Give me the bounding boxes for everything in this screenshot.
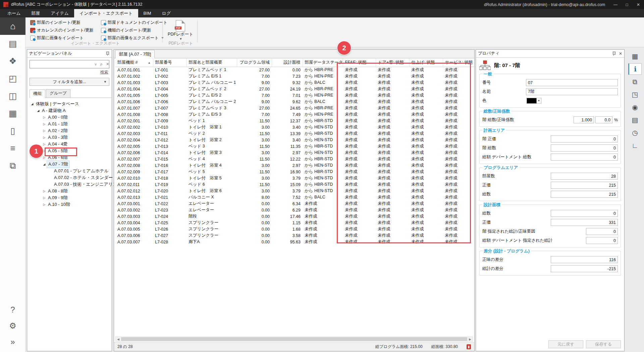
tree-expander-icon[interactable]: ▷: [42, 203, 47, 206]
table-row[interactable]: A.07.03.004L7-025スプリンクラー0.001.15未作成未作成未作…: [115, 220, 475, 226]
table-row[interactable]: A.07.01.002L7-002プレミアム E/S 17.007.23から H…: [115, 73, 475, 79]
tree-item[interactable]: ▷A.01 - 1階: [27, 121, 112, 127]
undo-button[interactable]: 元に戻す: [548, 340, 583, 348]
table-row[interactable]: A.07.01.006L7-006プレミアム バルコニー 29.009.62から…: [115, 99, 475, 105]
table-row[interactable]: A.07.02.012L7-020トイレ付 浴室 63.003.79から HEN…: [115, 188, 475, 194]
menu-tab-2[interactable]: 部屋: [26, 9, 46, 17]
building-module-icon[interactable]: ▦: [0, 105, 25, 122]
table-row[interactable]: A.07.02.008L7-016トイレ付 浴室 43.002.97から HEN…: [115, 162, 475, 169]
table-row[interactable]: A.07.02.004L7-012トイレ付 浴室 23.003.40から HEN…: [115, 137, 475, 143]
tree-expander-icon[interactable]: ▷: [42, 189, 47, 193]
tree-item[interactable]: ◢体験版 | データベース: [27, 101, 112, 107]
property-input[interactable]: 331: [551, 219, 618, 226]
tree-item[interactable]: A.07.01 - プレミアムホテル: [27, 168, 112, 174]
tree-expander-icon[interactable]: ▷: [42, 156, 47, 159]
chevron-down-icon[interactable]: ˅: [93, 62, 98, 66]
tree-item[interactable]: ▷A.05 - 5階: [27, 148, 112, 154]
levels-module-icon[interactable]: ▤: [0, 35, 25, 52]
reports-module-icon[interactable]: ≡: [0, 139, 25, 157]
color-swatch[interactable]: [527, 98, 537, 104]
table-row[interactable]: A.07.01.008L7-008プレミアム E/S 37.007.49から H…: [115, 111, 475, 118]
tree-item[interactable]: ▷A.08 - 8階: [27, 188, 112, 194]
table-row[interactable]: A.07.02.003L7-011ベッド 211.5013.39から HBR-S…: [115, 130, 475, 137]
tree-expander-icon[interactable]: ▷: [42, 122, 47, 126]
camera-icon[interactable]: ◉: [628, 102, 642, 113]
occurrence-import-button[interactable]: オカレンスのインポート/更新: [28, 26, 96, 34]
property-input[interactable]: 0: [551, 135, 618, 142]
table-row[interactable]: A.07.02.011L7-019ベッド 611.5015.09から HBR-S…: [115, 181, 475, 188]
tree-item[interactable]: ▷A.03 - 3階: [27, 134, 112, 141]
nav-tab-1[interactable]: 機能: [30, 90, 45, 98]
table-row[interactable]: A.07.01.003L7-003プレミアム バルコニー 19.009.32から…: [115, 79, 475, 86]
add-filter-button[interactable]: フィルタを追加... ▼: [30, 78, 109, 86]
column-header-4[interactable]: プログラム領域: [237, 58, 272, 67]
tree-expander-icon[interactable]: ▷: [42, 196, 47, 199]
column-header-5[interactable]: 設計面積: [272, 58, 303, 67]
maximize-button[interactable]: □: [621, 0, 633, 9]
property-input[interactable]: 0: [551, 154, 618, 161]
expand-chevrons-icon[interactable]: »: [0, 334, 25, 350]
info-icon[interactable]: ℹ: [628, 63, 642, 75]
property-input[interactable]: 0: [586, 228, 618, 235]
tree-item[interactable]: A.07.03 - 技術・エンジニアリング: [27, 181, 112, 188]
scroll-right-icon[interactable]: ▶: [468, 338, 473, 341]
column-header-7[interactable]: FF&E: 状態: [343, 58, 376, 67]
tree-expander-icon[interactable]: ▷: [42, 116, 47, 119]
tree-expander-icon[interactable]: ◢: [30, 102, 35, 106]
close-panel-icon[interactable]: ✕: [619, 51, 622, 56]
rooms-module-icon[interactable]: ⌂: [0, 17, 25, 35]
scrollbar-thumb[interactable]: [121, 337, 467, 341]
search-link[interactable]: 検索: [27, 69, 108, 75]
doors-module-icon[interactable]: ◫: [0, 87, 25, 105]
tree-item[interactable]: ◢A - 建築物 A: [27, 107, 112, 114]
tree-item[interactable]: ▷A.06 - 6階: [27, 154, 112, 161]
column-header-2[interactable]: 部屋番号: [153, 58, 186, 67]
tree-expander-icon[interactable]: ◢: [42, 163, 47, 166]
systems-module-icon[interactable]: ⧉: [0, 157, 25, 174]
menu-tab-3[interactable]: アイテム: [46, 9, 74, 17]
table-row[interactable]: A.07.02.010L7-018トイレ付 浴室 53.003.79から HEN…: [115, 175, 475, 181]
table-row[interactable]: A.07.02.002L7-010トイレ付 浴室 13.003.40から HEN…: [115, 124, 475, 130]
function-import-button[interactable]: 機能のインポート/更新: [99, 26, 169, 34]
room-import-button[interactable]: 部屋のインポート/更新: [28, 19, 96, 26]
gross-net-factor-input[interactable]: 1.000: [574, 116, 594, 123]
color-dropdown-icon[interactable]: ▼: [537, 98, 541, 104]
table-row[interactable]: A.07.03.007L7-028廊下A0.0095.63未作成未作成未作成未作…: [115, 239, 475, 245]
property-input[interactable]: 7階: [526, 88, 618, 95]
table-row[interactable]: A.07.03.003L7-024階段0.0017.46未作成未作成未作成未作成…: [115, 213, 475, 220]
pin-icon[interactable]: [105, 51, 110, 56]
pin-icon[interactable]: [611, 51, 616, 56]
table-row[interactable]: A.07.03.005L7-026スプリンクラー0.001.68未作成未作成未作…: [115, 226, 475, 232]
tree-expander-icon[interactable]: ▷: [42, 129, 47, 132]
close-button[interactable]: ✕: [633, 0, 644, 9]
property-input[interactable]: 07: [526, 79, 618, 86]
model-cube-icon[interactable]: ◳: [628, 89, 642, 100]
search-icon[interactable]: ⌕: [98, 61, 104, 67]
column-header-6[interactable]: 部屋データステータス: [303, 58, 343, 67]
tree-item[interactable]: ▷A.00 - 0階: [27, 114, 112, 121]
menu-tab-5[interactable]: BIM: [138, 9, 157, 17]
table-row[interactable]: A.07.01.001L7-001プレミアムベッド 127.000.00から H…: [115, 67, 475, 73]
clipboard-module-icon[interactable]: ▯: [0, 122, 25, 139]
search-input[interactable]: [30, 60, 93, 68]
copy-pages-icon[interactable]: ⧉: [628, 76, 642, 87]
property-input[interactable]: 0: [551, 210, 618, 217]
history-clock-icon[interactable]: ◷: [628, 127, 642, 138]
tree-expander-icon[interactable]: ▷: [42, 142, 47, 146]
percent-input[interactable]: 0.0: [595, 116, 612, 123]
tree-item[interactable]: ▷A.02 - 2階: [27, 127, 112, 134]
clear-search-icon[interactable]: ✕: [104, 62, 111, 66]
tree-expander-icon[interactable]: ◢: [36, 109, 41, 112]
table-row[interactable]: A.07.02.013L7-021バルコニー X8.007.52から BALC未…: [115, 194, 475, 200]
nav-tab-2[interactable]: グループ: [46, 89, 70, 98]
table-row[interactable]: A.07.02.001L7-009ベッド 111.5012.37から HBR-S…: [115, 118, 475, 124]
table-row[interactable]: A.07.03.002L7-023エレベーター0.006.29未作成未作成未作成…: [115, 207, 475, 213]
measure-ruler-icon[interactable]: ∟: [628, 140, 642, 151]
tree-expander-icon[interactable]: ▷: [42, 136, 47, 139]
property-input[interactable]: 215: [551, 191, 618, 198]
tree-item[interactable]: A.07.02 - ホテル・スタンダード: [27, 174, 112, 181]
table-edit-icon[interactable]: ▦: [628, 51, 642, 62]
property-input[interactable]: 116: [551, 256, 618, 263]
pdf-report-button[interactable]: PDF PDFレポート ▼: [166, 19, 195, 44]
table-row[interactable]: A.07.02.006L7-014トイレ付 浴室 33.002.97から HEN…: [115, 150, 475, 156]
